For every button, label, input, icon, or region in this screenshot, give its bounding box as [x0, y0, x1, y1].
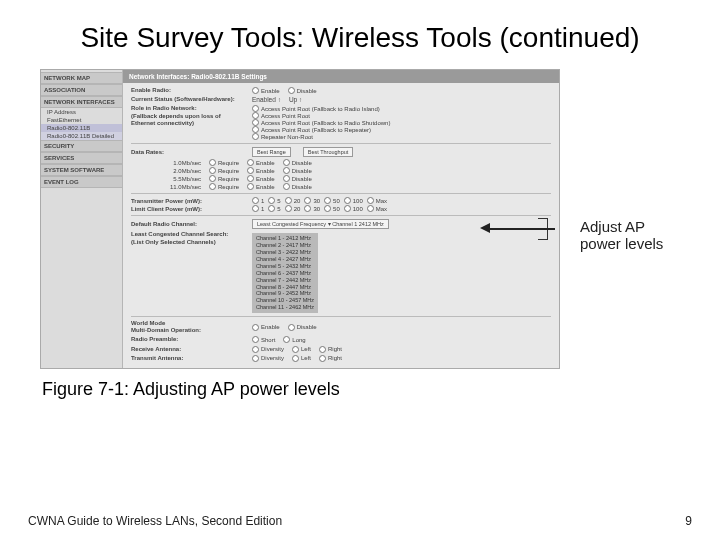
data-rate-label: 1.0Mb/sec [161, 160, 201, 166]
power-option[interactable]: 30 [304, 197, 320, 204]
channel-option[interactable]: Channel 4 - 2427 MHz [256, 256, 314, 263]
power-option[interactable]: 20 [285, 197, 301, 204]
channel-option[interactable]: Channel 5 - 2432 MHz [256, 263, 314, 270]
sidebar-item[interactable]: IP Address [41, 108, 122, 116]
panel-header: Network Interfaces: Radio0-802.11B Setti… [123, 70, 559, 83]
role-opt[interactable]: Repeater Non-Root [252, 133, 313, 140]
sidebar-section: EVENT LOG [41, 176, 122, 188]
rx-diversity[interactable]: Diversity [252, 346, 284, 353]
preamble-long[interactable]: Long [283, 336, 305, 343]
sidebar-section: SYSTEM SOFTWARE [41, 164, 122, 176]
ap-config-screenshot: NETWORK MAP ASSOCIATION NETWORK INTERFAC… [40, 69, 560, 369]
main-panel: Network Interfaces: Radio0-802.11B Setti… [123, 70, 559, 368]
role-opt[interactable]: Access Point Root (Fallback to Repeater) [252, 126, 371, 133]
rx-right[interactable]: Right [319, 346, 342, 353]
data-rate-option[interactable]: Enable [247, 175, 275, 182]
power-option[interactable]: 5 [268, 197, 280, 204]
channel-option[interactable]: Channel 9 - 2452 MHz [256, 290, 314, 297]
data-rate-label: 11.0Mb/sec [161, 184, 201, 190]
data-rate-option[interactable]: Require [209, 175, 239, 182]
status-up: Up ↑ [289, 96, 302, 103]
world-mode-enable[interactable]: Enable [252, 324, 280, 331]
tx-right[interactable]: Right [319, 355, 342, 362]
sidebar: NETWORK MAP ASSOCIATION NETWORK INTERFAC… [41, 70, 123, 368]
data-rate-option[interactable]: Require [209, 183, 239, 190]
tx-left[interactable]: Left [292, 355, 311, 362]
power-option[interactable]: 5 [268, 205, 280, 212]
power-option[interactable]: 50 [324, 197, 340, 204]
channel-search-label: Least Congested Channel Search: (List On… [131, 231, 246, 245]
data-rate-row: 5.5Mb/secRequireEnableDisable [131, 175, 551, 182]
channel-option[interactable]: Channel 10 - 2457 MHz [256, 297, 314, 304]
tx-diversity[interactable]: Diversity [252, 355, 284, 362]
power-option[interactable]: Max [367, 205, 387, 212]
rx-left[interactable]: Left [292, 346, 311, 353]
enable-radio-enable[interactable]: Enable [252, 87, 280, 94]
data-rate-option[interactable]: Require [209, 167, 239, 174]
role-opt[interactable]: Access Point Root (Fallback to Radio Shu… [252, 119, 390, 126]
data-rate-label: 5.5Mb/sec [161, 176, 201, 182]
power-option[interactable]: 50 [324, 205, 340, 212]
data-rate-row: 1.0Mb/secRequireEnableDisable [131, 159, 551, 166]
data-rate-option[interactable]: Enable [247, 159, 275, 166]
power-option[interactable]: 20 [285, 205, 301, 212]
sidebar-section: NETWORK INTERFACES [41, 96, 122, 108]
channel-option[interactable]: Channel 7 - 2442 MHz [256, 277, 314, 284]
sidebar-subitem[interactable]: Radio0-802.11B Detailed [41, 132, 122, 140]
role-opt[interactable]: Access Point Root (Fallback to Radio Isl… [252, 105, 380, 112]
data-rates-label: Data Rates: [131, 149, 246, 156]
footer-source: CWNA Guide to Wireless LANs, Second Edit… [28, 514, 282, 528]
callout-text: Adjust AP power levels [580, 218, 680, 252]
enable-radio-disable[interactable]: Disable [288, 87, 317, 94]
data-rate-option[interactable]: Disable [283, 159, 312, 166]
power-option[interactable]: Max [367, 197, 387, 204]
channel-list[interactable]: Channel 1 - 2412 MHzChannel 2 - 2417 MHz… [252, 233, 318, 313]
rx-antenna-label: Receive Antenna: [131, 346, 246, 353]
default-channel-label: Default Radio Channel: [131, 221, 246, 228]
power-option[interactable]: 100 [344, 205, 363, 212]
role-opt[interactable]: Access Point Root [252, 112, 310, 119]
status-enabled: Enabled ↑ [252, 96, 281, 103]
data-rate-option[interactable]: Disable [283, 183, 312, 190]
figure-wrap: NETWORK MAP ASSOCIATION NETWORK INTERFAC… [40, 69, 680, 369]
channel-option[interactable]: Channel 2 - 2417 MHz [256, 242, 314, 249]
role-label: Role in Radio Network: (Fallback depends… [131, 105, 246, 127]
data-rate-label: 2.0Mb/sec [161, 168, 201, 174]
callout: Adjust AP power levels [580, 218, 680, 252]
figure-caption: Figure 7-1: Adjusting AP power levels [42, 379, 678, 400]
power-section: Transmitter Power (mW): 15203050100Max L… [131, 197, 551, 212]
power-option[interactable]: 100 [344, 197, 363, 204]
channel-option[interactable]: Channel 11 - 2462 MHz [256, 304, 314, 311]
sidebar-section: SERVICES [41, 152, 122, 164]
power-option[interactable]: 1 [252, 197, 264, 204]
channel-option[interactable]: Channel 8 - 2447 MHz [256, 284, 314, 291]
page-number: 9 [685, 514, 692, 528]
data-rate-option[interactable]: Enable [247, 183, 275, 190]
enable-radio-label: Enable Radio: [131, 87, 246, 94]
channel-option[interactable]: Channel 3 - 2422 MHz [256, 249, 314, 256]
slide-title: Site Survey Tools: Wireless Tools (conti… [20, 20, 700, 55]
world-mode-disable[interactable]: Disable [288, 324, 317, 331]
best-range-button[interactable]: Best Range [252, 147, 291, 157]
power-option[interactable]: 1 [252, 205, 264, 212]
arrow-line-icon [485, 228, 555, 230]
sidebar-section: SECURITY [41, 140, 122, 152]
data-rate-option[interactable]: Disable [283, 167, 312, 174]
preamble-short[interactable]: Short [252, 336, 275, 343]
sidebar-item-radio[interactable]: Radio0-802.11B [41, 124, 122, 132]
channel-option[interactable]: Channel 1 - 2412 MHz [256, 235, 314, 242]
sidebar-section: NETWORK MAP [41, 72, 122, 84]
data-rate-option[interactable]: Require [209, 159, 239, 166]
sidebar-section: ASSOCIATION [41, 84, 122, 96]
current-status-label: Current Status (Software/Hardware): [131, 96, 246, 103]
data-rate-option[interactable]: Disable [283, 175, 312, 182]
best-throughput-button[interactable]: Best Throughput [303, 147, 354, 157]
channel-option[interactable]: Channel 6 - 2437 MHz [256, 270, 314, 277]
default-channel-select[interactable]: Least Congested Frequency ▾ Channel 1 24… [252, 219, 389, 229]
data-rate-row: 11.0Mb/secRequireEnableDisable [131, 183, 551, 190]
client-power-label: Limit Client Power (mW): [131, 206, 246, 212]
tx-power-label: Transmitter Power (mW): [131, 198, 246, 204]
power-option[interactable]: 30 [304, 205, 320, 212]
data-rate-option[interactable]: Enable [247, 167, 275, 174]
sidebar-item[interactable]: FastEthernet [41, 116, 122, 124]
